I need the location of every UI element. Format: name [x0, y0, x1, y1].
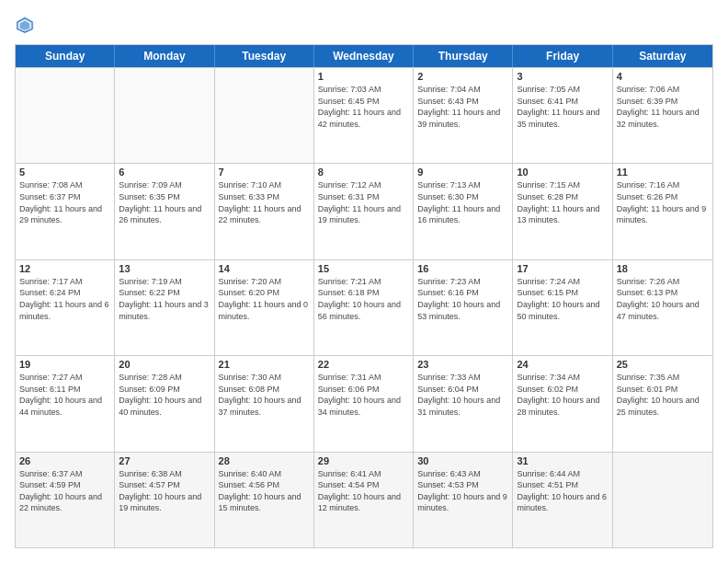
day-cell-7: 7Sunrise: 7:10 AM Sunset: 6:33 PM Daylig…: [215, 164, 314, 259]
day-info: Sunrise: 7:20 AM Sunset: 6:20 PM Dayligh…: [219, 276, 310, 322]
day-cell-29: 29Sunrise: 6:41 AM Sunset: 4:54 PM Dayli…: [314, 453, 414, 547]
day-cell-4: 4Sunrise: 7:06 AM Sunset: 6:39 PM Daylig…: [613, 68, 712, 163]
day-cell-30: 30Sunrise: 6:43 AM Sunset: 4:53 PM Dayli…: [414, 453, 513, 547]
day-cell-13: 13Sunrise: 7:19 AM Sunset: 6:22 PM Dayli…: [115, 260, 214, 355]
day-number: 20: [119, 359, 210, 370]
day-cell-25: 25Sunrise: 7:35 AM Sunset: 6:01 PM Dayli…: [613, 356, 712, 451]
day-cell-15: 15Sunrise: 7:21 AM Sunset: 6:18 PM Dayli…: [314, 260, 414, 355]
header-day-tuesday: Tuesday: [215, 45, 314, 67]
day-number: 15: [318, 263, 409, 274]
day-number: 19: [19, 359, 110, 370]
day-info: Sunrise: 7:16 AM Sunset: 6:26 PM Dayligh…: [617, 179, 709, 225]
day-cell-9: 9Sunrise: 7:13 AM Sunset: 6:30 PM Daylig…: [414, 164, 513, 259]
calendar-header: SundayMondayTuesdayWednesdayThursdayFrid…: [16, 45, 712, 67]
day-cell-28: 28Sunrise: 6:40 AM Sunset: 4:56 PM Dayli…: [215, 453, 314, 547]
day-info: Sunrise: 7:35 AM Sunset: 6:01 PM Dayligh…: [617, 372, 709, 418]
day-cell-11: 11Sunrise: 7:16 AM Sunset: 6:26 PM Dayli…: [613, 164, 712, 259]
day-number: 5: [19, 167, 110, 178]
day-info: Sunrise: 7:05 AM Sunset: 6:41 PM Dayligh…: [517, 84, 608, 130]
day-info: Sunrise: 7:30 AM Sunset: 6:08 PM Dayligh…: [219, 372, 310, 418]
day-info: Sunrise: 7:06 AM Sunset: 6:39 PM Dayligh…: [617, 84, 709, 130]
day-cell-1: 1Sunrise: 7:03 AM Sunset: 6:45 PM Daylig…: [314, 68, 414, 163]
day-number: 25: [617, 359, 709, 370]
calendar: SundayMondayTuesdayWednesdayThursdayFrid…: [15, 44, 713, 548]
day-cell-26: 26Sunrise: 6:37 AM Sunset: 4:59 PM Dayli…: [16, 453, 115, 547]
day-number: 3: [517, 71, 608, 82]
day-cell-27: 27Sunrise: 6:38 AM Sunset: 4:57 PM Dayli…: [115, 453, 214, 547]
header-day-saturday: Saturday: [613, 45, 712, 67]
day-info: Sunrise: 7:17 AM Sunset: 6:24 PM Dayligh…: [19, 276, 110, 322]
day-cell-31: 31Sunrise: 6:44 AM Sunset: 4:51 PM Dayli…: [513, 453, 612, 547]
day-info: Sunrise: 7:21 AM Sunset: 6:18 PM Dayligh…: [318, 276, 409, 322]
day-cell-23: 23Sunrise: 7:33 AM Sunset: 6:04 PM Dayli…: [414, 356, 513, 451]
calendar-week-1: 1Sunrise: 7:03 AM Sunset: 6:45 PM Daylig…: [16, 67, 712, 163]
header-day-thursday: Thursday: [414, 45, 513, 67]
day-info: Sunrise: 7:10 AM Sunset: 6:33 PM Dayligh…: [219, 179, 310, 225]
day-number: 1: [318, 71, 409, 82]
day-info: Sunrise: 6:43 AM Sunset: 4:53 PM Dayligh…: [417, 468, 508, 514]
day-info: Sunrise: 7:15 AM Sunset: 6:28 PM Dayligh…: [517, 179, 608, 225]
day-number: 31: [517, 455, 608, 466]
day-info: Sunrise: 7:19 AM Sunset: 6:22 PM Dayligh…: [119, 276, 210, 322]
day-info: Sunrise: 7:04 AM Sunset: 6:43 PM Dayligh…: [417, 84, 508, 130]
empty-cell: [215, 68, 314, 163]
day-cell-14: 14Sunrise: 7:20 AM Sunset: 6:20 PM Dayli…: [215, 260, 314, 355]
day-info: Sunrise: 7:33 AM Sunset: 6:04 PM Dayligh…: [417, 372, 508, 418]
day-info: Sunrise: 6:40 AM Sunset: 4:56 PM Dayligh…: [219, 468, 310, 514]
day-cell-18: 18Sunrise: 7:26 AM Sunset: 6:13 PM Dayli…: [613, 260, 712, 355]
day-number: 17: [517, 263, 608, 274]
day-number: 13: [119, 263, 210, 274]
day-number: 30: [417, 455, 508, 466]
header-day-sunday: Sunday: [16, 45, 115, 67]
header: [15, 15, 713, 35]
day-info: Sunrise: 7:08 AM Sunset: 6:37 PM Dayligh…: [19, 179, 110, 225]
page: SundayMondayTuesdayWednesdayThursdayFrid…: [0, 0, 728, 563]
day-cell-17: 17Sunrise: 7:24 AM Sunset: 6:15 PM Dayli…: [513, 260, 612, 355]
empty-cell: [613, 453, 712, 547]
day-number: 23: [417, 359, 508, 370]
day-cell-21: 21Sunrise: 7:30 AM Sunset: 6:08 PM Dayli…: [215, 356, 314, 451]
day-number: 26: [19, 455, 110, 466]
day-cell-3: 3Sunrise: 7:05 AM Sunset: 6:41 PM Daylig…: [513, 68, 612, 163]
day-cell-5: 5Sunrise: 7:08 AM Sunset: 6:37 PM Daylig…: [16, 164, 115, 259]
day-number: 24: [517, 359, 608, 370]
header-day-wednesday: Wednesday: [314, 45, 414, 67]
day-cell-8: 8Sunrise: 7:12 AM Sunset: 6:31 PM Daylig…: [314, 164, 414, 259]
calendar-week-4: 19Sunrise: 7:27 AM Sunset: 6:11 PM Dayli…: [16, 355, 712, 451]
day-number: 11: [617, 167, 709, 178]
day-number: 28: [219, 455, 310, 466]
day-number: 18: [617, 263, 709, 274]
day-info: Sunrise: 7:13 AM Sunset: 6:30 PM Dayligh…: [417, 179, 508, 225]
day-number: 7: [219, 167, 310, 178]
day-info: Sunrise: 7:09 AM Sunset: 6:35 PM Dayligh…: [119, 179, 210, 225]
day-cell-24: 24Sunrise: 7:34 AM Sunset: 6:02 PM Dayli…: [513, 356, 612, 451]
day-number: 29: [318, 455, 409, 466]
day-number: 12: [19, 263, 110, 274]
day-info: Sunrise: 7:28 AM Sunset: 6:09 PM Dayligh…: [119, 372, 210, 418]
day-cell-19: 19Sunrise: 7:27 AM Sunset: 6:11 PM Dayli…: [16, 356, 115, 451]
day-cell-20: 20Sunrise: 7:28 AM Sunset: 6:09 PM Dayli…: [115, 356, 214, 451]
day-cell-22: 22Sunrise: 7:31 AM Sunset: 6:06 PM Dayli…: [314, 356, 414, 451]
day-cell-2: 2Sunrise: 7:04 AM Sunset: 6:43 PM Daylig…: [414, 68, 513, 163]
day-number: 4: [617, 71, 709, 82]
logo-icon: [15, 15, 35, 35]
day-number: 14: [219, 263, 310, 274]
empty-cell: [115, 68, 214, 163]
day-number: 2: [417, 71, 508, 82]
day-info: Sunrise: 7:12 AM Sunset: 6:31 PM Dayligh…: [318, 179, 409, 225]
day-info: Sunrise: 7:03 AM Sunset: 6:45 PM Dayligh…: [318, 84, 409, 130]
day-cell-10: 10Sunrise: 7:15 AM Sunset: 6:28 PM Dayli…: [513, 164, 612, 259]
day-number: 10: [517, 167, 608, 178]
day-info: Sunrise: 6:41 AM Sunset: 4:54 PM Dayligh…: [318, 468, 409, 514]
day-info: Sunrise: 7:24 AM Sunset: 6:15 PM Dayligh…: [517, 276, 608, 322]
day-cell-12: 12Sunrise: 7:17 AM Sunset: 6:24 PM Dayli…: [16, 260, 115, 355]
calendar-body: 1Sunrise: 7:03 AM Sunset: 6:45 PM Daylig…: [16, 67, 712, 547]
calendar-week-5: 26Sunrise: 6:37 AM Sunset: 4:59 PM Dayli…: [16, 452, 712, 547]
day-info: Sunrise: 7:34 AM Sunset: 6:02 PM Dayligh…: [517, 372, 608, 418]
day-number: 6: [119, 167, 210, 178]
day-info: Sunrise: 7:31 AM Sunset: 6:06 PM Dayligh…: [318, 372, 409, 418]
day-cell-6: 6Sunrise: 7:09 AM Sunset: 6:35 PM Daylig…: [115, 164, 214, 259]
calendar-week-3: 12Sunrise: 7:17 AM Sunset: 6:24 PM Dayli…: [16, 259, 712, 355]
day-number: 8: [318, 167, 409, 178]
day-number: 22: [318, 359, 409, 370]
